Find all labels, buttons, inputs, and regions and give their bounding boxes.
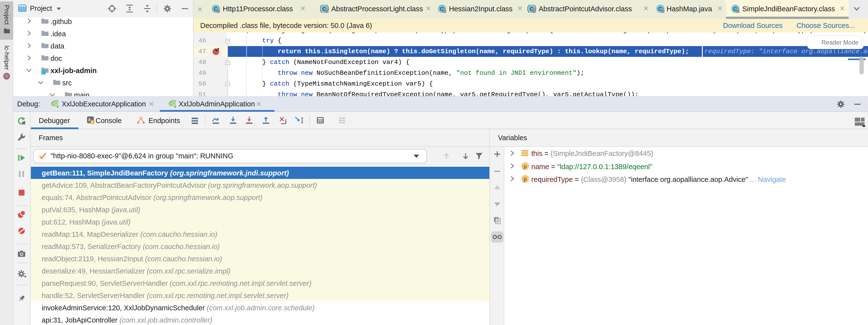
svg-text:p: p	[524, 176, 527, 182]
svg-text:p: p	[524, 163, 527, 169]
